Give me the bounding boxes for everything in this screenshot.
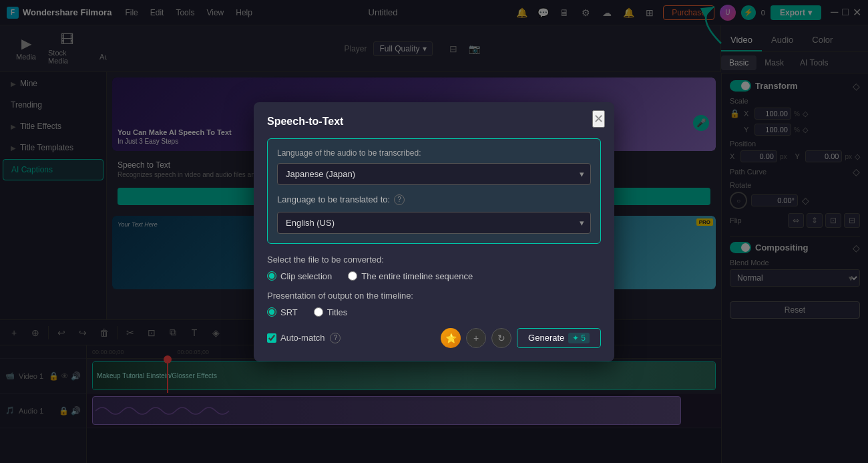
add-action-btn[interactable]: + xyxy=(466,328,486,348)
entire-timeline-radio[interactable]: The entire timeline sequence xyxy=(348,271,473,281)
auto-match-checkbox-label[interactable]: Auto-match xyxy=(267,333,324,343)
language-label: Language of the audio to be transcribed: xyxy=(277,148,591,158)
titles-radio[interactable]: Titles xyxy=(314,307,348,317)
auto-match-checkbox[interactable] xyxy=(267,333,276,343)
cost-icon: ✦ xyxy=(572,333,579,343)
generate-button[interactable]: Generate ✦ 5 xyxy=(517,328,601,348)
language-section: Language of the audio to be transcribed:… xyxy=(267,138,601,244)
dialog-footer: Auto-match ? ⭐ + ↻ Generate ✦ 5 xyxy=(267,328,601,348)
auto-match-row: Auto-match ? xyxy=(267,333,341,343)
dialog-title: Speech-to-Text xyxy=(267,116,601,128)
srt-radio[interactable]: SRT xyxy=(267,307,298,317)
clip-selection-radio[interactable]: Clip selection xyxy=(267,271,332,281)
translate-select[interactable]: English (US) xyxy=(277,212,591,234)
translate-select-wrapper: English (US) xyxy=(277,212,591,234)
dialog-close-button[interactable]: ✕ xyxy=(592,110,605,128)
refresh-action-btn[interactable]: ↻ xyxy=(491,328,511,348)
gold-action-btn[interactable]: ⭐ xyxy=(441,328,461,348)
dialog-actions: ⭐ + ↻ Generate ✦ 5 xyxy=(441,328,601,348)
translate-label: Language to be translated to: ? xyxy=(277,194,591,205)
generate-cost: ✦ 5 xyxy=(568,333,590,343)
language-select-wrapper: Japanese (Japan) xyxy=(277,163,591,185)
output-label: Presentation of output on the timeline: xyxy=(267,291,601,301)
speech-to-text-dialog: Speech-to-Text ✕ Language of the audio t… xyxy=(254,102,614,361)
output-radio-group: SRT Titles xyxy=(267,307,601,317)
file-radio-group: Clip selection The entire timeline seque… xyxy=(267,271,601,281)
language-select[interactable]: Japanese (Japan) xyxy=(277,163,591,185)
file-selection-label: Select the file to be converted: xyxy=(267,255,601,265)
translate-info-icon[interactable]: ? xyxy=(394,194,405,205)
dialog-overlay: Speech-to-Text ✕ Language of the audio t… xyxy=(0,0,868,463)
auto-match-info-icon[interactable]: ? xyxy=(330,333,341,343)
